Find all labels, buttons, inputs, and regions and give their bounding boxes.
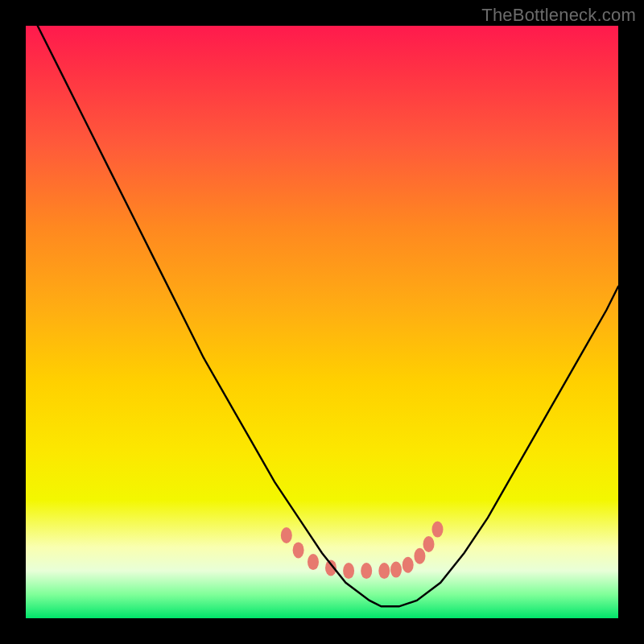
bottleneck-marker — [402, 557, 414, 573]
bottleneck-curve — [38, 26, 618, 606]
bottleneck-marker — [432, 522, 444, 538]
bottleneck-marker — [378, 563, 390, 579]
outer-frame: TheBottleneck.com — [0, 0, 644, 644]
bottleneck-marker — [414, 548, 425, 564]
bottleneck-marker — [390, 562, 402, 578]
bottleneck-marker — [308, 554, 319, 570]
plot-area — [26, 26, 618, 618]
bottleneck-marker — [423, 536, 435, 552]
bottleneck-marker — [281, 527, 292, 543]
bottleneck-marker — [293, 542, 304, 558]
bottleneck-marker — [343, 563, 354, 579]
watermark-text: TheBottleneck.com — [481, 5, 636, 26]
marker-group — [281, 522, 444, 580]
chart-overlay — [26, 26, 618, 618]
bottleneck-marker — [361, 563, 372, 579]
